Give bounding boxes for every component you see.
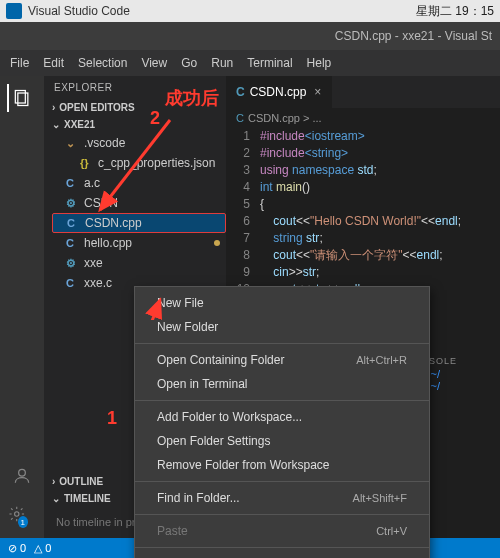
breadcrumb[interactable]: C CSDN.cpp > ... xyxy=(226,108,500,128)
menu-file[interactable]: File xyxy=(10,56,29,70)
menu-view[interactable]: View xyxy=(141,56,167,70)
menu-run[interactable]: Run xyxy=(211,56,233,70)
menubar[interactable]: File Edit Selection View Go Run Terminal… xyxy=(0,50,500,76)
ctx-open-in-terminal[interactable]: Open in Terminal xyxy=(135,372,429,396)
close-icon[interactable]: × xyxy=(314,85,321,99)
app-name: Visual Studio Code xyxy=(28,4,130,18)
tree-file-csdn-cpp[interactable]: CCSDN.cpp xyxy=(52,213,226,233)
tree-file-a-c[interactable]: Ca.c xyxy=(52,173,226,193)
ctx-new-file[interactable]: New File xyxy=(135,291,429,315)
svg-point-3 xyxy=(15,512,19,516)
tree-file-hello-cpp[interactable]: Chello.cpp xyxy=(52,233,226,253)
explorer-title: EXPLORER xyxy=(44,76,226,99)
cpp-icon: C xyxy=(236,85,245,99)
menu-selection[interactable]: Selection xyxy=(78,56,127,70)
ctx-new-folder[interactable]: New Folder xyxy=(135,315,429,339)
settings-icon[interactable]: 1 xyxy=(8,500,36,528)
os-clock: 星期二 19：15 xyxy=(416,3,494,20)
project-header[interactable]: ⌄XXE21 xyxy=(44,116,226,133)
editor-tabs: C CSDN.cpp × xyxy=(226,76,500,108)
tab-csdn-cpp[interactable]: C CSDN.cpp × xyxy=(226,76,332,108)
cpp-icon: C xyxy=(236,112,244,124)
tree-file-properties[interactable]: {}c_cpp_properties.json xyxy=(52,153,226,173)
menu-go[interactable]: Go xyxy=(181,56,197,70)
tree-file-xxe-bin[interactable]: ⚙xxe xyxy=(52,253,226,273)
ctx-remove-folder-from-workspace[interactable]: Remove Folder from Workspace xyxy=(135,453,429,477)
settings-badge: 1 xyxy=(18,516,29,528)
status-warnings[interactable]: △ 0 xyxy=(34,542,51,555)
ctx-open-containing-folder[interactable]: Open Containing FolderAlt+Ctrl+R xyxy=(135,348,429,372)
ctx-copy-path[interactable]: Copy PathAlt+Shift+C xyxy=(135,552,429,558)
window-title: CSDN.cpp - xxe21 - Visual St xyxy=(335,29,492,43)
menu-terminal[interactable]: Terminal xyxy=(247,56,292,70)
ctx-find-in-folder-[interactable]: Find in Folder...Alt+Shift+F xyxy=(135,486,429,510)
os-titlebar: Visual Studio Code 星期二 19：15 xyxy=(0,0,500,22)
activity-bar: 1 xyxy=(0,76,44,538)
ctx-open-folder-settings[interactable]: Open Folder Settings xyxy=(135,429,429,453)
context-menu: New FileNew FolderOpen Containing Folder… xyxy=(134,286,430,558)
ctx-add-folder-to-workspace-[interactable]: Add Folder to Workspace... xyxy=(135,405,429,429)
status-errors[interactable]: ⊘ 0 xyxy=(8,542,26,555)
explorer-icon[interactable] xyxy=(7,84,35,112)
menu-edit[interactable]: Edit xyxy=(43,56,64,70)
file-tree: ⌄.vscode {}c_cpp_properties.json Ca.c ⚙C… xyxy=(44,133,226,293)
tree-file-csdn-bin[interactable]: ⚙CSDN xyxy=(52,193,226,213)
ctx-paste: PasteCtrl+V xyxy=(135,519,429,543)
open-editors-header[interactable]: ›OPEN EDITORS xyxy=(44,99,226,116)
menu-help[interactable]: Help xyxy=(307,56,332,70)
tree-folder-vscode[interactable]: ⌄.vscode xyxy=(52,133,226,153)
svg-point-2 xyxy=(19,469,26,476)
vscode-icon xyxy=(6,3,22,19)
window-titlebar: CSDN.cpp - xxe21 - Visual St xyxy=(0,22,500,50)
accounts-icon[interactable] xyxy=(8,462,36,490)
